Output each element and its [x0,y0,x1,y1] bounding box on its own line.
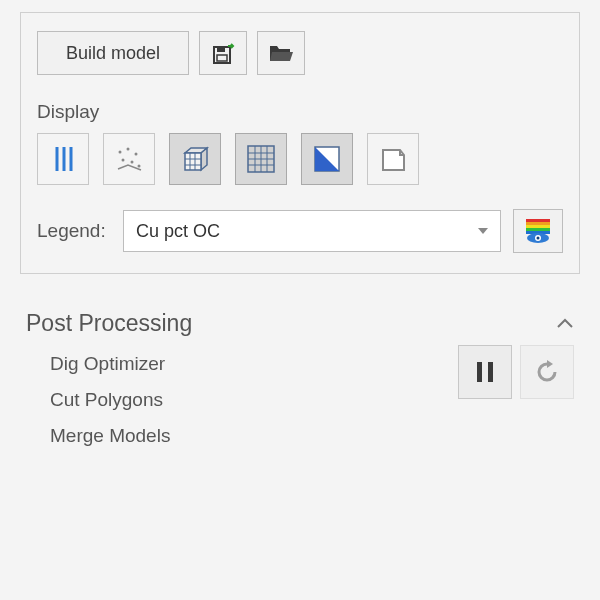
block-model-button[interactable] [169,133,221,185]
post-item-cut-polygons[interactable]: Cut Polygons [50,389,170,411]
legend-value: Cu pct OC [136,221,220,242]
post-processing-list: Dig Optimizer Cut Polygons Merge Models [50,345,170,447]
chevron-down-icon [478,228,488,234]
svg-rect-25 [526,219,550,222]
outline-icon [378,144,408,174]
svg-point-8 [135,153,138,156]
svg-rect-12 [185,153,201,170]
save-icon [211,41,235,65]
vertical-lines-icon [50,144,76,174]
points-button[interactable] [103,133,155,185]
rainbow-eye-icon [523,217,553,245]
build-model-button[interactable]: Build model [37,31,189,75]
block-model-icon [179,143,211,175]
post-processing-header[interactable]: Post Processing [26,310,574,337]
svg-rect-34 [488,362,493,382]
build-model-label: Build model [66,43,160,64]
surface-button[interactable] [301,133,353,185]
save-button[interactable] [199,31,247,75]
svg-point-11 [138,165,141,168]
refresh-button [520,345,574,399]
legend-label: Legend: [37,220,111,242]
grid-button[interactable] [235,133,287,185]
surface-icon [312,144,342,174]
legend-color-button[interactable] [513,209,563,253]
display-toolbar [37,133,563,185]
post-processing-buttons [458,345,574,399]
refresh-icon [534,359,560,385]
legend-dropdown[interactable]: Cu pct OC [123,210,501,252]
post-processing-body: Dig Optimizer Cut Polygons Merge Models [50,345,574,447]
display-section-label: Display [37,101,563,123]
legend-row: Legend: Cu pct OC [37,209,563,253]
grid-icon [246,144,276,174]
drillholes-button[interactable] [37,133,89,185]
svg-point-7 [127,148,130,151]
folder-open-icon [268,42,294,64]
pause-icon [475,360,495,384]
scatter-icon [114,144,144,174]
model-panel: Build model Display [20,12,580,274]
svg-point-9 [122,159,125,162]
svg-rect-28 [526,228,550,231]
open-button[interactable] [257,31,305,75]
svg-rect-2 [217,55,227,61]
post-item-dig-optimizer[interactable]: Dig Optimizer [50,353,170,375]
chevron-up-icon [556,318,574,330]
post-item-merge-models[interactable]: Merge Models [50,425,170,447]
svg-point-32 [537,237,540,240]
post-processing-title: Post Processing [26,310,192,337]
svg-point-10 [131,161,134,164]
svg-rect-1 [217,47,225,52]
svg-rect-33 [477,362,482,382]
model-toolbar: Build model [37,31,563,75]
svg-point-6 [119,151,122,154]
outline-button[interactable] [367,133,419,185]
svg-rect-27 [526,225,550,228]
svg-rect-26 [526,222,550,225]
pause-button[interactable] [458,345,512,399]
